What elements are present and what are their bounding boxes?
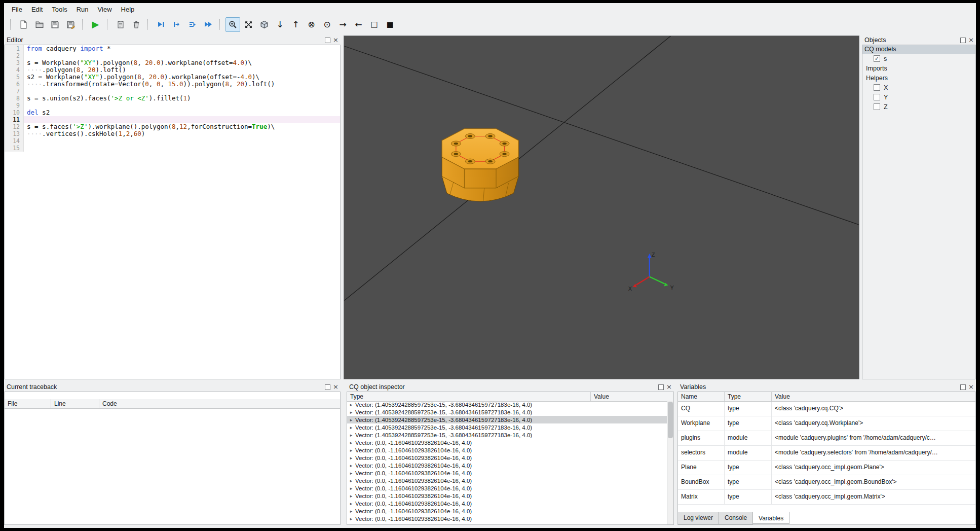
viewport-canvas[interactable]: Z X Y bbox=[344, 36, 859, 379]
code-line-2[interactable]: 2 bbox=[5, 52, 340, 59]
expand-arrow-icon[interactable]: ▸ bbox=[347, 493, 355, 499]
shaded-button[interactable]: ■ bbox=[383, 17, 397, 32]
objects-item-imports[interactable]: Imports bbox=[862, 63, 975, 73]
variables-row-workplane[interactable]: Workplanetype<class 'cadquery.cq.Workpla… bbox=[678, 416, 975, 431]
front-view-button[interactable]: ⊗ bbox=[304, 17, 319, 32]
iso-view-button[interactable] bbox=[257, 17, 272, 32]
variables-row-cq[interactable]: CQtype<class 'cadquery.cq.CQ'> bbox=[678, 402, 975, 416]
expand-arrow-icon[interactable]: ▸ bbox=[347, 501, 355, 506]
objects-item-x[interactable]: X bbox=[862, 83, 975, 92]
checkbox-y[interactable] bbox=[874, 94, 880, 100]
back-view-button[interactable]: ⊙ bbox=[320, 17, 334, 32]
left-view-button[interactable]: ← bbox=[351, 17, 366, 32]
expand-arrow-icon[interactable]: ▸ bbox=[347, 463, 355, 468]
inspector-row[interactable]: ▸Vector: (0.0, -1.1604610293826104e-16, … bbox=[347, 515, 667, 522]
expand-arrow-icon[interactable]: ▸ bbox=[347, 478, 355, 483]
inspector-scrollbar[interactable] bbox=[667, 401, 673, 524]
expand-arrow-icon[interactable]: ▸ bbox=[347, 448, 355, 453]
run-button[interactable]: ▶ bbox=[88, 17, 103, 32]
inspector-row[interactable]: ▸Vector: (0.0, -1.1604610293826104e-16, … bbox=[347, 462, 667, 469]
inspector-scrollbar-thumb[interactable] bbox=[668, 402, 673, 438]
objects-item-helpers[interactable]: Helpers bbox=[862, 73, 975, 83]
inspector-row[interactable]: ▸Vector: (1.4053924288597253e-15, -3.680… bbox=[347, 431, 667, 439]
code-line-4[interactable]: 4····.polygon(8, 20).loft() bbox=[5, 66, 340, 74]
menu-run[interactable]: Run bbox=[72, 4, 93, 15]
inspector-row[interactable]: ▸Vector: (1.4053924288597253e-15, -3.680… bbox=[347, 423, 667, 431]
inspector-row[interactable]: ▸Vector: (0.0, -1.1604610293826104e-16, … bbox=[347, 439, 667, 446]
code-line-1[interactable]: 1from cadquery import * bbox=[5, 45, 340, 52]
variables-row-selectors[interactable]: selectorsmodule<module 'cadquery.selecto… bbox=[678, 446, 975, 461]
expand-arrow-icon[interactable]: ▸ bbox=[347, 410, 355, 415]
inspector-float-button[interactable] bbox=[658, 384, 664, 390]
delete-button[interactable] bbox=[129, 17, 143, 32]
code-line-14[interactable]: 14 bbox=[5, 137, 340, 145]
step-in-button[interactable] bbox=[169, 17, 184, 32]
inspector-row[interactable]: ▸Vector: (0.0, -1.1604610293826104e-16, … bbox=[347, 484, 667, 492]
editor-close-button[interactable]: × bbox=[333, 38, 338, 43]
objects-float-button[interactable] bbox=[960, 38, 966, 43]
expand-arrow-icon[interactable]: ▸ bbox=[347, 402, 355, 407]
save-button[interactable] bbox=[48, 17, 62, 32]
traceback-col-line[interactable]: Line bbox=[51, 399, 99, 408]
variables-col-name[interactable]: Name bbox=[678, 392, 725, 401]
expand-arrow-icon[interactable]: ▸ bbox=[347, 433, 355, 438]
variables-col-type[interactable]: Type bbox=[725, 392, 772, 401]
expand-arrow-icon[interactable]: ▸ bbox=[347, 455, 355, 461]
expand-arrow-icon[interactable]: ▸ bbox=[347, 486, 355, 491]
traceback-col-file[interactable]: File bbox=[5, 399, 51, 408]
tab-variables[interactable]: Variables bbox=[752, 512, 789, 524]
objects-item-z[interactable]: Z bbox=[862, 102, 975, 112]
code-line-12[interactable]: 12s = s.faces('>Z').workplane().polygon(… bbox=[5, 123, 340, 130]
expand-arrow-icon[interactable]: ▸ bbox=[347, 440, 355, 445]
menu-help[interactable]: Help bbox=[117, 4, 139, 15]
zoom-button[interactable] bbox=[225, 17, 240, 32]
open-file-button[interactable] bbox=[32, 17, 47, 32]
bottom-view-button[interactable]: ↑ bbox=[288, 17, 303, 32]
traceback-col-code[interactable]: Code bbox=[99, 399, 340, 408]
code-line-11[interactable]: 11 bbox=[5, 116, 340, 123]
expand-arrow-icon[interactable]: ▸ bbox=[347, 516, 355, 521]
checkbox-z[interactable] bbox=[874, 103, 880, 110]
top-view-button[interactable]: ↓ bbox=[273, 17, 287, 32]
variables-row-matrix[interactable]: Matrixtype<class 'cadquery.occ_impl.geom… bbox=[678, 490, 975, 505]
editor-content[interactable]: 1from cadquery import *23s = Workplane("… bbox=[4, 45, 341, 379]
variables-row-boundbox[interactable]: BoundBoxtype<class 'cadquery.occ_impl.ge… bbox=[678, 475, 975, 490]
code-line-3[interactable]: 3s = Workplane("XY").polygon(8, 20.0).wo… bbox=[5, 59, 340, 66]
code-line-8[interactable]: 8s = s.union(s2).faces('>Z or <Z').fille… bbox=[5, 95, 340, 102]
cq-models-group-header[interactable]: CQ models bbox=[862, 45, 975, 54]
checkbox-x[interactable] bbox=[874, 84, 880, 91]
inspector-row[interactable]: ▸Vector: (0.0, -1.1604610293826104e-16, … bbox=[347, 469, 667, 477]
editor-float-button[interactable] bbox=[325, 38, 330, 43]
inspector-row[interactable]: ▸Vector: (1.4053924288597253e-15, -3.680… bbox=[347, 401, 667, 408]
expand-arrow-icon[interactable]: ▸ bbox=[347, 471, 355, 476]
code-line-9[interactable]: 9 bbox=[5, 102, 340, 109]
variables-row-plugins[interactable]: pluginsmodule<module 'cadquery.plugins' … bbox=[678, 431, 975, 446]
expand-arrow-icon[interactable]: ▸ bbox=[347, 425, 355, 430]
code-line-13[interactable]: 13····.vertices().cskHole(1,2,60) bbox=[5, 130, 340, 137]
inspector-row[interactable]: ▸Vector: (0.0, -1.1604610293826104e-16, … bbox=[347, 446, 667, 454]
code-line-15[interactable]: 15 bbox=[5, 145, 340, 152]
debug-button[interactable] bbox=[113, 17, 128, 32]
expand-arrow-icon[interactable]: ▸ bbox=[347, 417, 355, 422]
variables-close-button[interactable]: × bbox=[968, 384, 974, 390]
inspector-row[interactable]: ▸Vector: (0.0, -1.1604610293826104e-16, … bbox=[347, 492, 667, 500]
inspector-col-type[interactable]: Type bbox=[347, 392, 591, 401]
step-button[interactable] bbox=[154, 17, 168, 32]
fit-all-button[interactable] bbox=[241, 17, 256, 32]
step-out-button[interactable] bbox=[185, 17, 200, 32]
objects-close-button[interactable]: × bbox=[968, 38, 974, 43]
menu-file[interactable]: File bbox=[7, 4, 27, 15]
inspector-col-value[interactable]: Value bbox=[591, 392, 673, 401]
inspector-row[interactable]: ▸Vector: (1.4053924288597253e-15, -3.680… bbox=[347, 408, 667, 416]
tab-log-viewer[interactable]: Log viewer bbox=[677, 512, 719, 524]
menu-edit[interactable]: Edit bbox=[27, 4, 47, 15]
objects-item-s[interactable]: ✓s bbox=[862, 54, 975, 63]
menu-view[interactable]: View bbox=[93, 4, 117, 15]
variables-col-value[interactable]: Value bbox=[772, 392, 975, 401]
code-line-10[interactable]: 10del s2 bbox=[5, 109, 340, 116]
code-line-7[interactable]: 7 bbox=[5, 88, 340, 95]
inspector-row[interactable]: ▸Vector: (0.0, -1.1604610293826104e-16, … bbox=[347, 454, 667, 462]
code-line-6[interactable]: 6····.transformed(rotate=Vector(0, 0, 15… bbox=[5, 81, 340, 88]
expand-arrow-icon[interactable]: ▸ bbox=[347, 509, 355, 514]
objects-item-y[interactable]: Y bbox=[862, 92, 975, 102]
